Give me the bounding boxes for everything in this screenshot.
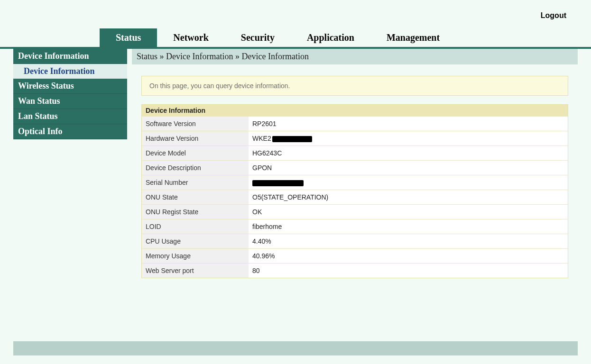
tab-management[interactable]: Management — [370, 28, 456, 47]
sidebar-item-optical-info[interactable]: Optical Info — [13, 124, 127, 139]
label-memory-usage: Memory Usage — [142, 249, 249, 263]
tab-security[interactable]: Security — [225, 28, 291, 47]
label-loid: LOID — [142, 219, 249, 234]
value-hardware-version-prefix: WKE2 — [252, 135, 271, 142]
sidebar-item-wireless-status[interactable]: Wireless Status — [13, 79, 127, 94]
value-web-server-port: 80 — [249, 264, 568, 278]
sidebar-item-device-information[interactable]: Device Information — [13, 49, 127, 64]
info-banner: On this page, you can query device infor… — [141, 76, 568, 96]
row-hardware-version: Hardware Version WKE2 — [142, 131, 568, 146]
label-onu-state: ONU State — [142, 190, 249, 204]
value-cpu-usage: 4.40% — [249, 234, 568, 248]
row-web-server-port: Web Server port 80 — [142, 263, 568, 278]
value-memory-usage: 40.96% — [249, 249, 568, 263]
topbar: Logout — [0, 0, 591, 28]
label-software-version: Software Version — [142, 117, 249, 131]
label-web-server-port: Web Server port — [142, 264, 249, 278]
row-device-description: Device Description GPON — [142, 160, 568, 175]
top-tabs: Status Network Security Application Mana… — [0, 28, 591, 49]
value-hardware-version: WKE2 — [249, 131, 568, 146]
label-device-description: Device Description — [142, 161, 249, 175]
device-info-table: Device Information Software Version RP26… — [141, 104, 568, 278]
value-device-model: HG6243C — [249, 146, 568, 160]
sidebar-item-lan-status[interactable]: Lan Status — [13, 109, 127, 124]
redacted-serial-number — [252, 180, 304, 186]
sidebar-item-wan-status[interactable]: Wan Status — [13, 94, 127, 109]
breadcrumb: Status » Device Information » Device Inf… — [132, 49, 578, 64]
value-device-description: GPON — [249, 161, 568, 175]
row-serial-number: Serial Number — [142, 175, 568, 190]
value-software-version: RP2601 — [249, 117, 568, 131]
logout-link[interactable]: Logout — [541, 11, 566, 20]
content-area: Status » Device Information » Device Inf… — [127, 49, 591, 341]
tab-network[interactable]: Network — [157, 28, 224, 47]
value-onu-regist-state: OK — [249, 205, 568, 219]
label-serial-number: Serial Number — [142, 175, 249, 190]
label-hardware-version: Hardware Version — [142, 131, 249, 146]
value-onu-state: O5(STATE_OPERATION) — [249, 190, 568, 204]
value-serial-number — [249, 175, 568, 190]
row-cpu-usage: CPU Usage 4.40% — [142, 234, 568, 248]
label-device-model: Device Model — [142, 146, 249, 160]
label-onu-regist-state: ONU Regist State — [142, 205, 249, 219]
row-software-version: Software Version RP2601 — [142, 116, 568, 131]
tab-application[interactable]: Application — [291, 28, 370, 47]
row-memory-usage: Memory Usage 40.96% — [142, 248, 568, 263]
tab-status[interactable]: Status — [100, 28, 157, 47]
footer-bar — [13, 341, 578, 355]
section-title: Device Information — [142, 105, 568, 116]
value-loid: fiberhome — [249, 219, 568, 234]
sidebar-subitem-device-information[interactable]: Device Information — [13, 64, 127, 79]
redacted-hardware-version — [272, 136, 312, 142]
row-device-model: Device Model HG6243C — [142, 146, 568, 160]
row-onu-state: ONU State O5(STATE_OPERATION) — [142, 190, 568, 204]
row-loid: LOID fiberhome — [142, 219, 568, 234]
sidebar: Device Information Device Information Wi… — [0, 49, 127, 341]
row-onu-regist-state: ONU Regist State OK — [142, 204, 568, 219]
label-cpu-usage: CPU Usage — [142, 234, 249, 248]
